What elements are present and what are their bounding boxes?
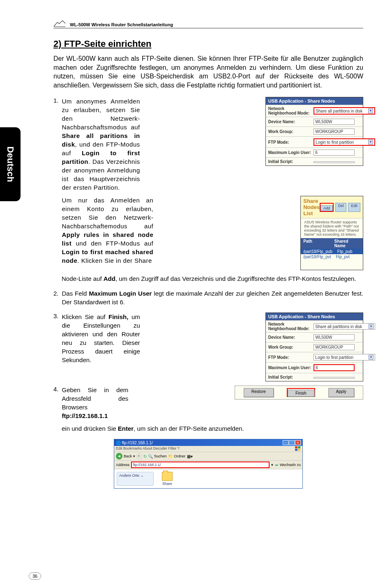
refresh-icon[interactable]: ↻ — [143, 454, 147, 459]
screenshot-share-nodes-2: USB Application - Share Nodes Network Ne… — [265, 312, 363, 381]
restore-button[interactable]: Restore — [244, 388, 274, 397]
step4-number: 4. — [53, 386, 59, 393]
dropdown-icon[interactable]: ▾ — [368, 140, 373, 145]
browser-sidebar[interactable]: Andere Orte ⌄ — [117, 472, 154, 486]
section-title: 2) FTP-Seite einrichten — [53, 39, 363, 49]
step3-text: Klicken Sie auf Finish, um die Einstellu… — [62, 312, 140, 364]
folder-item[interactable]: Share — [162, 472, 173, 486]
maximize-icon[interactable]: □ — [289, 440, 295, 445]
ftp-mode-select[interactable]: Login to first partition▾ — [314, 138, 375, 146]
svg-rect-3 — [298, 449, 300, 451]
step3-number: 3. — [53, 312, 59, 319]
neighborhood-mode-select-2[interactable]: Share all partitions in disk▾ — [314, 323, 375, 330]
share-row-2[interactable]: /part18/Ftp_pvt Ftp_pvt — [301, 254, 363, 260]
step4-continuation: ein und drücken Sie Enter, um sich an de… — [62, 424, 363, 433]
apply-button[interactable]: Apply — [328, 388, 354, 397]
close-icon[interactable]: × — [295, 440, 301, 445]
page-number: 36 — [29, 572, 41, 580]
screenshot-share-nodes-list: Share Nodes List Add Del Edit ASUS Wirel… — [300, 196, 363, 270]
svg-rect-1 — [298, 446, 300, 448]
forward-icon[interactable]: ► — [136, 453, 142, 459]
ftp-mode-select-2[interactable]: Login to first partition▾ — [314, 354, 375, 361]
chevron-icon: ⌄ — [141, 473, 144, 478]
step1-number: 1. — [53, 97, 59, 104]
device-name-input-2[interactable]: WL500W — [314, 334, 355, 340]
svg-rect-0 — [295, 446, 297, 448]
neighborhood-mode-select[interactable]: Share all partitions in disk▾ — [314, 107, 375, 115]
views-icon[interactable]: ▦▾ — [187, 454, 193, 459]
share-row-1[interactable]: /part18/Ftp_pub Ftp_pub — [301, 249, 363, 254]
header-title: WL-500W Wireless Router Schnellstartanle… — [70, 22, 173, 27]
del-button[interactable]: Del — [335, 203, 347, 212]
minimize-icon[interactable]: – — [283, 440, 288, 445]
max-login-input[interactable]: 6 — [314, 149, 355, 156]
browser-menu[interactable]: Edit Bookmarks About Decoder Filter ? — [114, 446, 302, 452]
step1-text-b: Um nur das Anmelden an einem Konto zu er… — [62, 196, 154, 265]
initial-script-input[interactable] — [314, 161, 355, 163]
max-login-input-2[interactable]: 6 — [314, 364, 355, 371]
browser-title: 🌐 ftp://192.168.1.1/ — [116, 441, 153, 445]
workgroup-input[interactable]: WORKGROUP — [314, 129, 355, 135]
dropdown-icon[interactable]: ▾ — [369, 355, 374, 360]
browser-address-bar: Address ftp://192.168.1.1/ ▾ ➡ Wechseln … — [114, 461, 302, 469]
share-list-title: Share Nodes List — [303, 198, 320, 216]
step1-continuation: Node-Liste auf Add, um den Zugriff auf d… — [62, 274, 363, 283]
step1-text-a: Um anonymes Anmelden zu erlauben, setzen… — [62, 97, 140, 192]
initial-script-input-2[interactable] — [314, 377, 355, 379]
workgroup-input-2[interactable]: WORKGROUP — [314, 344, 355, 350]
search-icon[interactable]: 🔍 — [148, 454, 153, 459]
panel-title-1: USB Application - Share Nodes — [266, 97, 363, 105]
add-button[interactable]: Add — [321, 205, 333, 211]
page-header: WL-500W Wireless Router Schnellstartanle… — [53, 21, 363, 28]
col-sharedname: Shared Name — [332, 238, 363, 249]
step4-text: Geben Sie in dem Adressfeld des Browsers… — [62, 386, 129, 420]
step2: 2. Das Feld Maximum Login User legt die … — [53, 289, 363, 306]
address-input[interactable]: ftp://192.168.1.1/ — [131, 462, 270, 468]
screenshot-browser: 🌐 ftp://192.168.1.1/ – □ × Edit Bookmark… — [114, 439, 303, 489]
intro-paragraph: Der WL-500W kann auch als FTP-Seite dien… — [53, 54, 363, 90]
folders-icon[interactable]: 📁 — [168, 454, 173, 459]
folder-icon — [162, 472, 173, 481]
dropdown-icon[interactable]: ▾ — [369, 324, 374, 329]
svg-rect-2 — [295, 449, 297, 451]
panel-title-2: USB Application - Share Nodes — [266, 313, 363, 320]
edit-button[interactable]: Edit — [348, 203, 360, 212]
logo-icon — [53, 21, 66, 27]
screenshot-share-nodes-1: USB Application - Share Nodes Network Ne… — [265, 97, 363, 166]
finish-button[interactable]: Finish — [288, 390, 314, 397]
back-icon[interactable]: ◄ — [116, 453, 122, 459]
windows-logo-icon — [295, 446, 301, 451]
screenshot-bottom-buttons: Restore Finish Apply — [235, 386, 363, 400]
col-path: Path — [301, 238, 332, 249]
share-list-description: ASUS Wireless Router supports the shared… — [301, 218, 363, 238]
device-name-input[interactable]: WL500W — [314, 119, 355, 125]
go-icon[interactable]: ➡ — [275, 463, 278, 467]
browser-toolbar: ◄ Back ▾ ► ↻ 🔍 Suchen 📁 Ordner ▦▾ — [114, 452, 302, 461]
language-tab: Deutsch — [0, 127, 21, 201]
dropdown-icon[interactable]: ▾ — [368, 108, 373, 113]
